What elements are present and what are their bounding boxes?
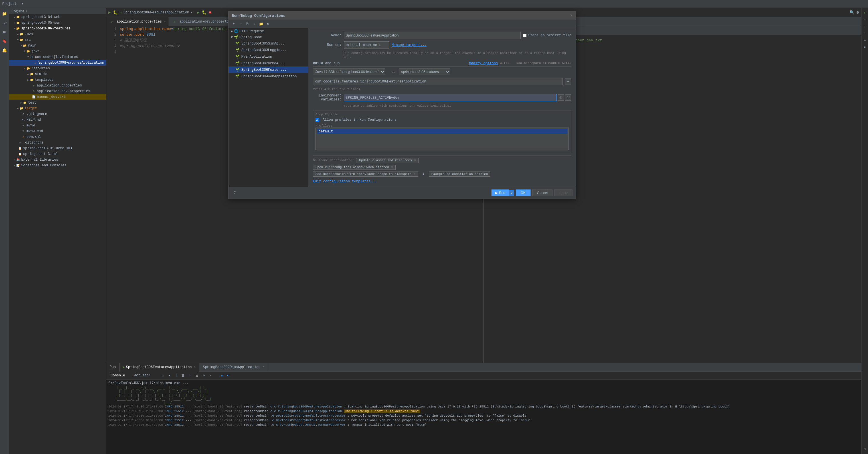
tree-item-src[interactable]: ▼ 📂 src <box>9 37 106 43</box>
tab-console[interactable]: Console <box>108 373 127 378</box>
profile-default[interactable]: default <box>317 129 567 134</box>
edit-config-templates-link[interactable]: Edit configuration templates... <box>313 180 376 183</box>
debug-icon[interactable]: 🐛 <box>113 10 118 15</box>
debug-btn[interactable]: 🐛 <box>202 10 207 15</box>
ok-button[interactable]: OK <box>516 189 530 196</box>
tree-item-com-coderjia[interactable]: ▼ ⬡ com.coderjia.features <box>9 54 106 60</box>
stop-icon[interactable]: ■ <box>166 373 172 379</box>
tree-item-main[interactable]: ▼ 📂 main <box>9 43 106 49</box>
allow-profiles-checkbox[interactable] <box>315 118 319 122</box>
folder-icon[interactable]: 📁 <box>258 21 264 27</box>
tree-item-resources[interactable]: ▼ 📂 resources <box>9 66 106 71</box>
tree-item-gitignore2[interactable]: ⊘ .gitignore <box>9 140 106 146</box>
evaluate-icon[interactable]: ≡ <box>862 44 867 50</box>
run-to-cursor-icon[interactable]: ⇥ <box>862 38 867 43</box>
bottom-tab-springboot306[interactable]: ▶ SpringBoot306FeaturesApplication × <box>120 363 200 371</box>
structure-icon[interactable]: ⊞ <box>1 29 8 35</box>
sdk-select[interactable]: Java 17 SDK of 'spring-boot3-06-features… <box>313 68 385 75</box>
env-expand-icon[interactable]: ⛶ <box>565 94 571 101</box>
open-run-window-tag[interactable]: Open run/debug tool window when started … <box>313 165 396 170</box>
settings-icon[interactable]: ⚙ <box>857 10 859 15</box>
move-icon[interactable]: ↕ <box>251 21 257 27</box>
env-browse-icon[interactable]: ⎘ <box>558 94 564 101</box>
tree-item-scratches[interactable]: ▶ 📝 Scratches and Consoles <box>9 163 106 169</box>
config-item-main[interactable]: 🌱 MainApplication <box>228 53 308 60</box>
tree-item-java[interactable]: ▼ 📂 java <box>9 49 106 54</box>
commit-icon[interactable]: ⎇ <box>1 20 8 26</box>
chevron-down-icon[interactable]: ▾ <box>21 2 23 6</box>
tree-item-app-props[interactable]: ⚙ application.properties <box>9 83 106 88</box>
run-btn[interactable]: ▶ <box>197 10 199 15</box>
tab-close-icon[interactable]: × <box>263 366 265 369</box>
config-item-302[interactable]: 🌱 SpringBoot302DemoA... <box>228 60 308 66</box>
bottom-tab-run[interactable]: Run <box>106 363 120 371</box>
tree-item-banner-txt[interactable]: 📄 banner_dev.txt <box>9 94 106 100</box>
settings-icon[interactable]: ⚙ <box>201 373 207 379</box>
project-icon[interactable]: 📁 <box>1 10 8 17</box>
tree-item-app-dev-props[interactable]: ⚙ application-dev.properties <box>9 88 106 94</box>
more-icon[interactable]: ⋯ <box>208 373 213 379</box>
print-icon[interactable]: 🖨 <box>194 373 200 379</box>
arrow-down-icon[interactable]: ▼ <box>225 373 230 379</box>
dialog-close-icon[interactable]: × <box>570 13 572 18</box>
config-item-303[interactable]: 🌱 SpringBoot303Loggin... <box>228 47 308 53</box>
manage-targets-link[interactable]: Manage targets... <box>392 43 427 47</box>
tree-item-mvn[interactable]: ▶ 📁 .mvn <box>9 31 106 37</box>
tab-close-icon[interactable]: × <box>194 366 196 369</box>
tree-item-gitignore[interactable]: ⊘ .gitignore <box>9 111 106 117</box>
tree-item-templates[interactable]: ▶ 📁 templates <box>9 77 106 83</box>
apply-button[interactable]: Apply <box>554 189 572 196</box>
cancel-button[interactable]: Cancel <box>532 189 553 196</box>
env-vars-input[interactable] <box>344 94 557 101</box>
tree-item-static[interactable]: ▶ 📁 static <box>9 71 106 77</box>
profiles-list[interactable]: default <box>315 127 569 150</box>
remove-tag-icon[interactable]: × <box>414 159 416 162</box>
name-input[interactable] <box>344 32 521 39</box>
add-icon[interactable]: + <box>231 21 237 27</box>
tree-item-springboot306[interactable]: ▶ ☕ SpringBoot306FeaturesApplication <box>9 60 106 66</box>
project-menu[interactable]: Project <box>2 2 17 6</box>
step-out-icon[interactable]: ↑ <box>862 31 867 36</box>
tree-item-target[interactable]: ▶ 📁 target <box>9 105 106 111</box>
run-debug-dialog[interactable]: Run/Debug Configurations × + − ⎘ ↕ 📁 ⇅ ▶… <box>228 11 576 199</box>
modify-options-link[interactable]: Modify options <box>469 61 498 65</box>
run-on-select[interactable]: 🖥 Local machine ▾ <box>344 41 390 49</box>
bookmarks-icon[interactable]: 🔖 <box>1 38 8 44</box>
config-item-304[interactable]: 🌱 SpringBoot304WebApplication <box>228 73 308 80</box>
remove-icon[interactable]: − <box>238 21 243 27</box>
tab-close-icon[interactable]: × <box>163 20 165 23</box>
cp-module-select[interactable]: spring-boot3-06-features <box>399 68 450 75</box>
step-into-icon[interactable]: ↓ <box>862 24 867 29</box>
tree-item-spring-iml[interactable]: 📋 spring-boot-3.iml <box>9 151 106 157</box>
bg-compilation-tag[interactable]: Background compilation enabled <box>429 172 490 177</box>
run-config-select[interactable]: ☕ SpringBoot306FeaturesApplication ▾ <box>120 10 192 14</box>
store-checkbox[interactable] <box>523 34 527 37</box>
add-deps-tag[interactable]: Add dependencies with "provided" scope t… <box>313 172 418 177</box>
sort-icon[interactable]: ⇅ <box>265 21 271 27</box>
run-button[interactable]: ▶ Run <box>492 189 509 196</box>
tree-item-mvnw[interactable]: ≡ mvnw <box>9 123 106 128</box>
clear-icon[interactable]: 🗑 <box>180 373 186 379</box>
layout-icon[interactable]: ⬚ <box>862 447 867 452</box>
tree-item-help-md[interactable]: M↓ HELP.md <box>9 117 106 123</box>
bottom-tab-springboot302[interactable]: SpringBoot302DemoApplication × <box>199 363 268 371</box>
main-class-input[interactable] <box>313 78 563 85</box>
tree-item-spring-boot3-06-features[interactable]: ▼ 📂 spring-boot3-06-features <box>9 26 106 31</box>
copy-icon[interactable]: ⎘ <box>244 21 250 27</box>
tab-actuator[interactable]: Actuator <box>132 373 153 378</box>
search-icon[interactable]: 🔍 <box>849 10 854 15</box>
remove-tag-icon[interactable]: × <box>391 165 393 169</box>
browse-icon[interactable]: ⋯ <box>565 78 571 85</box>
config-group-http[interactable]: ▶ 🌐 HTTP Request <box>228 28 308 34</box>
tree-item-external-libs[interactable]: ▶ 📚 External Libraries <box>9 157 106 163</box>
tab-application-properties[interactable]: ⚙ application.properties × <box>106 17 169 26</box>
rerun-icon[interactable]: ↺ <box>160 373 165 379</box>
update-classes-tag[interactable]: Update classes and resources × <box>356 158 418 163</box>
tree-item-pom-xml[interactable]: ✗ pom.xml <box>9 134 106 140</box>
step-over-icon[interactable]: ↷ <box>862 17 867 22</box>
stop-btn[interactable]: ■ <box>209 10 211 15</box>
config-group-spring[interactable]: ▼ 🌱 Spring Boot <box>228 34 308 40</box>
tree-item-demo-iml[interactable]: 📋 spring-boot3-01-demo.iml <box>9 146 106 151</box>
help-icon[interactable]: ? <box>232 190 238 196</box>
notifications-icon[interactable]: 🔔 <box>1 47 8 54</box>
